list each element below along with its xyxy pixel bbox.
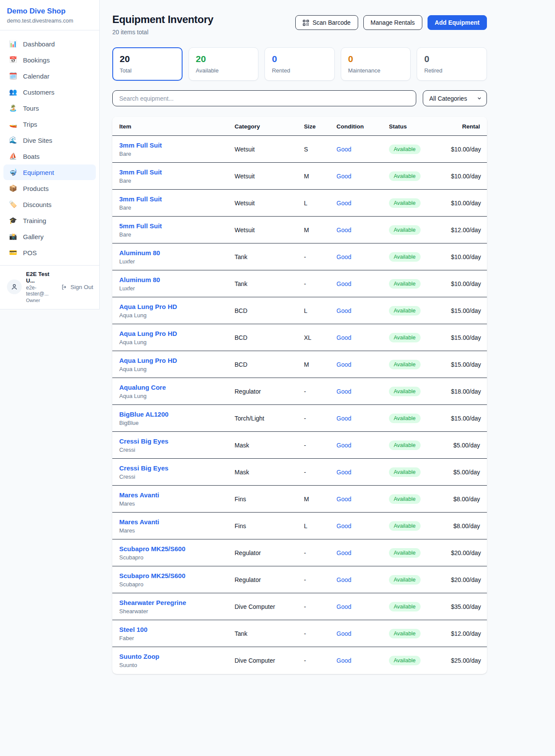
item-brand: Bare — [119, 151, 221, 157]
condition-link[interactable]: Good — [336, 280, 351, 287]
condition-link[interactable]: Good — [336, 657, 351, 664]
item-name-link[interactable]: 5mm Full Suit — [119, 222, 221, 230]
condition-link[interactable]: Good — [336, 307, 351, 314]
sidebar-item-dive-sites[interactable]: 🌊 Dive Sites — [3, 132, 96, 148]
item-name-link[interactable]: BigBlue AL1200 — [119, 411, 221, 418]
sidebar-item-products[interactable]: 📦 Products — [3, 181, 96, 196]
stat-card-available[interactable]: 20 Available — [189, 47, 259, 81]
status-badge: Available — [389, 414, 421, 423]
item-name-link[interactable]: Aqua Lung Pro HD — [119, 303, 221, 310]
sidebar-item-boats[interactable]: ⛵ Boats — [3, 148, 96, 164]
condition-link[interactable]: Good — [336, 388, 351, 395]
item-name-link[interactable]: Aqua Lung Pro HD — [119, 357, 221, 364]
condition-link[interactable]: Good — [336, 442, 351, 449]
sidebar-item-label: Dive Sites — [23, 137, 52, 144]
sidebar-item-bookings[interactable]: 📅 Bookings — [3, 52, 96, 68]
item-name-link[interactable]: Aqualung Core — [119, 384, 221, 391]
shop-name[interactable]: Demo Dive Shop — [7, 7, 92, 16]
sidebar-item-calendar[interactable]: 🗓️ Calendar — [3, 68, 96, 84]
item-name-link[interactable]: Suunto Zoop — [119, 653, 221, 660]
item-name-link[interactable]: Mares Avanti — [119, 518, 221, 526]
add-equipment-button[interactable]: Add Equipment — [428, 15, 487, 30]
item-name-link[interactable]: 3mm Full Suit — [119, 141, 221, 149]
condition-link[interactable]: Good — [336, 549, 351, 556]
item-size: - — [297, 539, 330, 566]
condition-link[interactable]: Good — [336, 523, 351, 529]
condition-link[interactable]: Good — [336, 334, 351, 341]
item-name-link[interactable]: Cressi Big Eyes — [119, 464, 221, 472]
item-name-link[interactable]: 3mm Full Suit — [119, 195, 221, 203]
table-row: Aqua Lung Pro HD Aqua Lung BCD L Good Av… — [112, 297, 487, 324]
table-row: Shearwater Peregrine Shearwater Dive Com… — [112, 593, 487, 620]
sidebar-item-dashboard[interactable]: 📊 Dashboard — [3, 36, 96, 52]
sidebar-item-pos[interactable]: 💳 POS — [3, 245, 96, 260]
col-header-size: Size — [297, 117, 330, 136]
user-info: E2E Test U... e2e-tester@... Owner — [26, 271, 57, 303]
sign-out-button[interactable]: Sign Out — [61, 284, 93, 290]
status-badge: Available — [389, 656, 421, 665]
status-badge: Available — [389, 629, 421, 638]
stat-card-maintenance[interactable]: 0 Maintenance — [341, 47, 411, 81]
sidebar-item-gallery[interactable]: 📸 Gallery — [3, 229, 96, 244]
condition-link[interactable]: Good — [336, 253, 351, 260]
condition-link[interactable]: Good — [336, 146, 351, 153]
category-select[interactable]: All Categories — [423, 90, 487, 106]
item-brand: Bare — [119, 177, 221, 184]
search-input[interactable] — [112, 90, 416, 106]
item-name-link[interactable]: 3mm Full Suit — [119, 168, 221, 176]
sidebar-item-customers[interactable]: 👥 Customers — [3, 84, 96, 100]
condition-link[interactable]: Good — [336, 603, 351, 610]
condition-link[interactable]: Good — [336, 630, 351, 637]
condition-link[interactable]: Good — [336, 496, 351, 503]
condition-link[interactable]: Good — [336, 173, 351, 180]
item-size: M — [297, 163, 330, 190]
user-role: Owner — [26, 298, 57, 303]
scan-barcode-label: Scan Barcode — [313, 19, 351, 26]
scan-barcode-button[interactable]: Scan Barcode — [295, 15, 358, 30]
sidebar-item-discounts[interactable]: 🏷️ Discounts — [3, 197, 96, 212]
item-category: Mask — [228, 459, 297, 486]
item-name-link[interactable]: Scubapro MK25/S600 — [119, 572, 221, 579]
stat-card-total[interactable]: 20 Total — [112, 47, 183, 81]
item-name-link[interactable]: Mares Avanti — [119, 491, 221, 499]
item-brand: Aqua Lung — [119, 339, 221, 345]
item-name-link[interactable]: Shearwater Peregrine — [119, 599, 221, 606]
item-size: - — [297, 243, 330, 270]
stat-value: 20 — [196, 54, 251, 64]
table-row: Scubapro MK25/S600 Scubapro Regulator - … — [112, 539, 487, 566]
item-size: - — [297, 459, 330, 486]
status-badge: Available — [389, 387, 421, 396]
item-name-link[interactable]: Cressi Big Eyes — [119, 437, 221, 445]
sidebar-item-label: Discounts — [23, 201, 52, 208]
item-brand: Faber — [119, 635, 221, 641]
item-rental: $12.00/day — [444, 217, 487, 243]
sidebar-item-trips[interactable]: 🚤 Trips — [3, 116, 96, 132]
item-name-link[interactable]: Steel 100 — [119, 626, 221, 633]
dive-mask-icon: 🤿 — [9, 168, 17, 176]
package-icon: 📦 — [9, 184, 17, 192]
condition-link[interactable]: Good — [336, 361, 351, 368]
status-badge: Available — [389, 494, 421, 504]
credit-card-icon: 💳 — [9, 249, 17, 256]
stat-card-retired[interactable]: 0 Retired — [417, 47, 487, 81]
sidebar-item-tours[interactable]: 🏝️ Tours — [3, 100, 96, 116]
item-size: - — [297, 566, 330, 593]
condition-link[interactable]: Good — [336, 200, 351, 207]
item-brand: Cressi — [119, 447, 221, 453]
item-name-link[interactable]: Aluminum 80 — [119, 249, 221, 256]
sidebar-item-training[interactable]: 🎓 Training — [3, 213, 96, 228]
item-name-link[interactable]: Aluminum 80 — [119, 276, 221, 283]
manage-rentals-button[interactable]: Manage Rentals — [363, 15, 422, 30]
item-size: M — [297, 217, 330, 243]
sidebar-item-equipment[interactable]: 🤿 Equipment — [3, 164, 96, 180]
stat-value: 0 — [272, 54, 327, 64]
condition-link[interactable]: Good — [336, 576, 351, 583]
condition-link[interactable]: Good — [336, 469, 351, 476]
condition-link[interactable]: Good — [336, 415, 351, 422]
item-rental: $10.00/day — [444, 243, 487, 270]
status-badge: Available — [389, 333, 421, 342]
condition-link[interactable]: Good — [336, 227, 351, 233]
item-name-link[interactable]: Scubapro MK25/S600 — [119, 545, 221, 552]
item-name-link[interactable]: Aqua Lung Pro HD — [119, 330, 221, 337]
stat-card-rented[interactable]: 0 Rented — [264, 47, 335, 81]
